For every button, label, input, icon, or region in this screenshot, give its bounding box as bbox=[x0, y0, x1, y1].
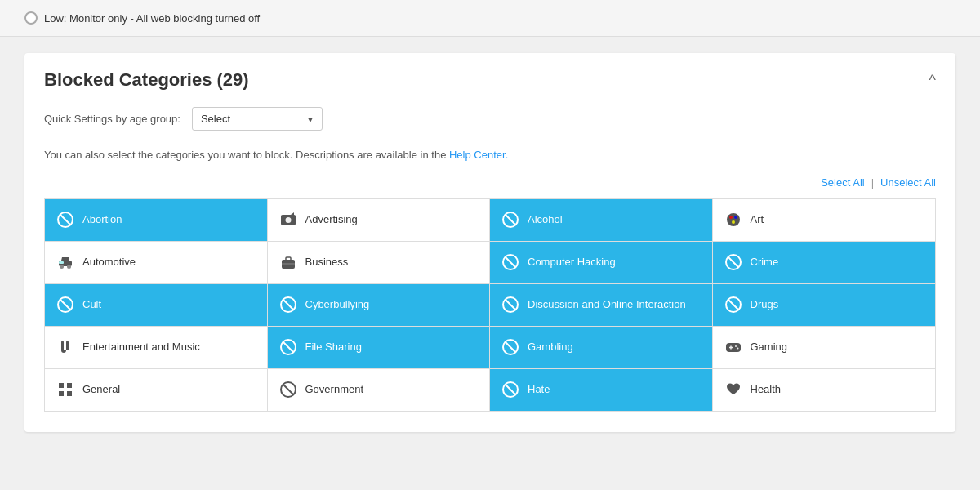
svg-rect-31 bbox=[61, 341, 64, 350]
camera-icon bbox=[279, 211, 297, 229]
category-label-hate: Hate bbox=[528, 383, 550, 397]
category-cell-government[interactable]: Government bbox=[268, 369, 491, 412]
category-cell-alcohol[interactable]: Alcohol bbox=[490, 199, 713, 242]
category-cell-cult[interactable]: Cult bbox=[45, 284, 268, 327]
category-label-crime: Crime bbox=[751, 256, 779, 270]
quick-settings-row: Quick Settings by age group: Select Chil… bbox=[44, 107, 936, 131]
svg-rect-42 bbox=[59, 383, 64, 388]
svg-line-20 bbox=[506, 257, 515, 267]
select-wrapper: Select Child (5-7) Pre-teen (8-12) Teen … bbox=[192, 107, 323, 131]
category-cell-entertainment[interactable]: Entertainment and Music bbox=[45, 327, 268, 369]
category-label-abortion: Abortion bbox=[82, 213, 122, 227]
category-cell-abortion[interactable]: Abortion bbox=[45, 199, 268, 242]
svg-marker-3 bbox=[291, 212, 294, 215]
svg-line-34 bbox=[283, 342, 293, 352]
category-cell-gaming[interactable]: Gaming bbox=[713, 327, 936, 369]
card-title: Blocked Categories (29) bbox=[44, 69, 249, 91]
category-cell-computer-hacking[interactable]: Computer Hacking bbox=[490, 242, 713, 284]
blocked-icon bbox=[501, 296, 519, 314]
category-label-art: Art bbox=[751, 213, 764, 227]
help-center-link[interactable]: Help Center. bbox=[449, 149, 508, 161]
svg-line-24 bbox=[60, 300, 70, 310]
blocked-icon bbox=[501, 253, 519, 271]
blocked-icon bbox=[724, 296, 742, 314]
category-label-cyberbullying: Cyberbullying bbox=[305, 298, 370, 312]
category-cell-health[interactable]: Health bbox=[713, 369, 936, 412]
radio-input[interactable] bbox=[24, 11, 38, 24]
category-label-business: Business bbox=[305, 256, 349, 270]
svg-line-26 bbox=[283, 300, 293, 310]
category-cell-art[interactable]: Art bbox=[713, 199, 936, 242]
category-cell-crime[interactable]: Crime bbox=[713, 242, 936, 284]
svg-rect-17 bbox=[286, 257, 291, 261]
svg-point-7 bbox=[727, 213, 740, 226]
blocked-icon bbox=[501, 338, 519, 356]
art-icon bbox=[724, 211, 742, 229]
svg-point-40 bbox=[735, 345, 737, 347]
svg-line-49 bbox=[506, 385, 515, 394]
category-label-government: Government bbox=[305, 383, 364, 397]
age-group-select[interactable]: Select Child (5-7) Pre-teen (8-12) Teen … bbox=[192, 107, 323, 131]
svg-rect-44 bbox=[59, 391, 64, 396]
category-cell-advertising[interactable]: Advertising bbox=[268, 199, 491, 242]
svg-line-30 bbox=[728, 300, 738, 310]
blocked-icon bbox=[501, 381, 519, 399]
blocked-icon bbox=[56, 211, 74, 229]
car-icon bbox=[56, 253, 74, 271]
category-cell-general[interactable]: General bbox=[45, 369, 268, 412]
svg-point-13 bbox=[60, 265, 64, 269]
description-part1: You can also select the categories you w… bbox=[44, 149, 449, 161]
svg-rect-45 bbox=[67, 391, 72, 396]
category-label-alcohol: Alcohol bbox=[528, 213, 563, 227]
radio-label: Low: Monitor only - All web blocking tur… bbox=[44, 12, 260, 24]
category-cell-business[interactable]: Business bbox=[268, 242, 491, 284]
blocked-icon bbox=[279, 296, 297, 314]
radio-option[interactable]: Low: Monitor only - All web blocking tur… bbox=[24, 11, 260, 24]
category-label-health: Health bbox=[751, 383, 782, 397]
top-bar: Low: Monitor only - All web blocking tur… bbox=[0, 0, 980, 37]
category-cell-hate[interactable]: Hate bbox=[490, 369, 713, 412]
music-icon bbox=[56, 338, 74, 356]
svg-rect-32 bbox=[66, 341, 69, 350]
blocked-icon bbox=[724, 253, 742, 271]
gaming-icon bbox=[724, 338, 742, 356]
description-text: You can also select the categories you w… bbox=[44, 147, 936, 163]
select-all-link[interactable]: Select All bbox=[821, 176, 864, 189]
svg-marker-12 bbox=[61, 257, 69, 261]
blocked-icon bbox=[501, 211, 519, 229]
svg-line-22 bbox=[728, 257, 738, 267]
main-card: Blocked Categories (29) ^ Quick Settings… bbox=[24, 53, 956, 432]
category-label-advertising: Advertising bbox=[305, 213, 358, 227]
blocked-icon bbox=[56, 296, 74, 314]
blocked-icon bbox=[279, 338, 297, 356]
briefcase-icon bbox=[279, 253, 297, 271]
grid-icon bbox=[56, 381, 74, 399]
svg-line-28 bbox=[506, 300, 515, 310]
categories-grid: Abortion Advertising Alcohol Art Automot… bbox=[44, 198, 936, 412]
svg-line-1 bbox=[60, 215, 70, 225]
category-label-entertainment: Entertainment and Music bbox=[82, 341, 200, 354]
quick-settings-label: Quick Settings by age group: bbox=[44, 113, 180, 125]
category-label-gambling: Gambling bbox=[528, 341, 573, 354]
svg-line-47 bbox=[283, 385, 293, 394]
svg-line-36 bbox=[506, 342, 515, 352]
category-cell-gambling[interactable]: Gambling bbox=[490, 327, 713, 369]
svg-point-14 bbox=[67, 265, 71, 269]
category-label-discussion: Discussion and Online Interaction bbox=[528, 298, 686, 312]
category-cell-drugs[interactable]: Drugs bbox=[713, 284, 936, 327]
pipe-divider: | bbox=[871, 176, 874, 189]
category-cell-cyberbullying[interactable]: Cyberbullying bbox=[268, 284, 491, 327]
svg-rect-15 bbox=[59, 261, 64, 264]
svg-point-41 bbox=[737, 348, 738, 350]
svg-rect-37 bbox=[726, 343, 741, 352]
card-header: Blocked Categories (29) ^ bbox=[44, 69, 936, 91]
svg-point-4 bbox=[285, 217, 291, 223]
collapse-button[interactable]: ^ bbox=[929, 72, 936, 89]
category-label-gaming: Gaming bbox=[751, 341, 788, 354]
category-cell-discussion[interactable]: Discussion and Online Interaction bbox=[490, 284, 713, 327]
unselect-all-link[interactable]: Unselect All bbox=[880, 176, 936, 189]
category-cell-automotive[interactable]: Automotive bbox=[45, 242, 268, 284]
svg-point-9 bbox=[734, 216, 737, 219]
select-all-row: Select All | Unselect All bbox=[44, 176, 936, 189]
category-cell-file-sharing[interactable]: File Sharing bbox=[268, 327, 491, 369]
